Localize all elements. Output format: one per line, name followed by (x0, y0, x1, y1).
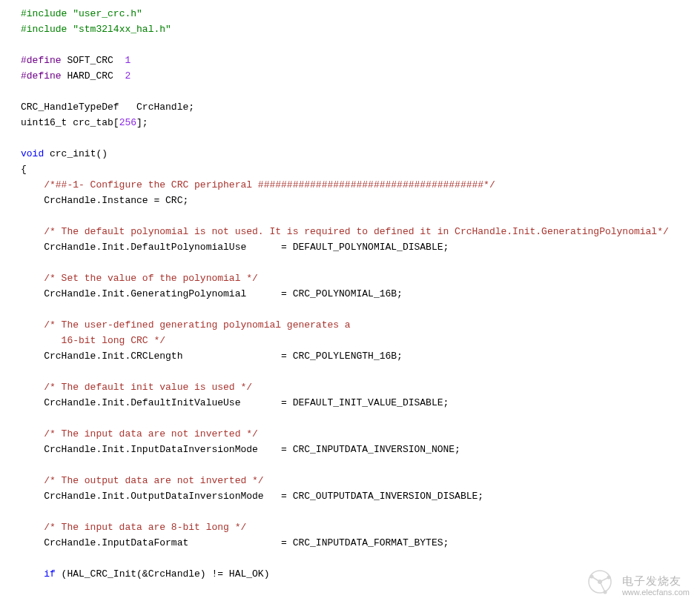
comment: /* The default polynomial is not used. I… (21, 226, 669, 237)
define-name: HARD_CRC (62, 70, 125, 82)
statement: CrcHandle.Init.OutputDataInversionMode =… (21, 491, 483, 502)
array-size: 256 (119, 117, 136, 128)
comment: /* The input data are 8-bit long */ (21, 522, 246, 533)
if-condition: (HAL_CRC_Init(&CrcHandle) != HAL_OK) (56, 568, 270, 580)
comment: /* The input data are not inverted */ (21, 428, 258, 439)
include-header: "stm32l4xx_hal.h" (73, 24, 171, 35)
statement: CrcHandle.Init.GeneratingPolynomial = CR… (21, 288, 403, 299)
svg-line-5 (592, 577, 600, 582)
declaration: CRC_HandleTypeDef CrcHandle; (21, 102, 194, 113)
comment: /* The user-defined generating polynomia… (21, 319, 351, 331)
statement: CrcHandle.Init.DefaultInitValueUse = DEF… (21, 397, 449, 408)
watermark-url: www.elecfans.com (622, 588, 690, 597)
watermark-title: 电子发烧友 (622, 575, 690, 588)
include-directive: #include (21, 8, 73, 19)
statement: CrcHandle.Init.CRCLength = CRC_POLYLENGT… (21, 351, 403, 362)
comment: /* Set the value of the polynomial */ (21, 273, 258, 284)
svg-line-7 (600, 582, 605, 592)
comment: /*##-1- Configure the CRC peripheral ###… (21, 179, 495, 190)
comment: /* The output data are not inverted */ (21, 475, 264, 486)
statement: CrcHandle.Instance = CRC; (21, 195, 188, 206)
logo-icon (585, 567, 615, 597)
define-value: 2 (125, 70, 131, 82)
code-block: #include "user_crc.h" #include "stm32l4x… (21, 6, 700, 582)
include-directive: #include (21, 24, 73, 35)
comment: /* The default init value is used */ (21, 382, 252, 393)
include-header: "user_crc.h" (73, 8, 142, 19)
function-signature: crc_init() (44, 148, 108, 159)
svg-line-6 (600, 577, 609, 582)
declaration: ]; (136, 117, 148, 128)
statement: CrcHandle.Init.InputDataInversionMode = … (21, 444, 460, 455)
define-name: SOFT_CRC (62, 55, 125, 66)
keyword-void: void (21, 148, 44, 159)
keyword-if: if (21, 568, 56, 580)
statement: CrcHandle.InputDataFormat = CRC_INPUTDAT… (21, 537, 449, 548)
declaration: uint16_t crc_tab[ (21, 117, 119, 128)
statement: CrcHandle.Init.DefaultPolynomialUse = DE… (21, 242, 449, 253)
brace-open: { (21, 164, 27, 175)
define-directive: #define (21, 70, 62, 82)
define-directive: #define (21, 55, 62, 66)
comment: 16-bit long CRC */ (21, 335, 165, 346)
define-value: 1 (125, 55, 131, 66)
watermark: 电子发烧友 www.elecfans.com (585, 567, 690, 597)
